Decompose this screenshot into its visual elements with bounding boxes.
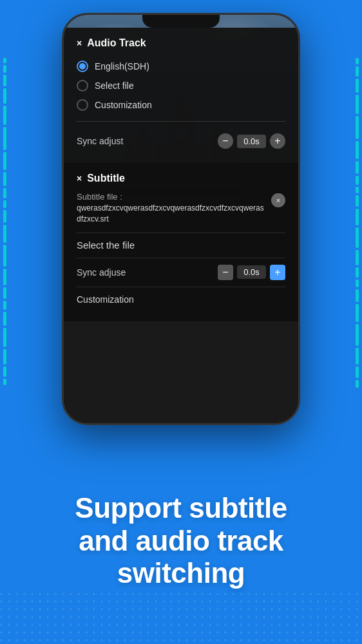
waveform-bar	[3, 379, 6, 385]
subtitle-panel-title-text: Subtitle	[87, 173, 125, 184]
waveform-bar	[356, 324, 359, 346]
phone-frame: × Audio Track English(SDH) Select file C…	[62, 13, 300, 425]
waveform-bar	[3, 188, 6, 198]
support-line1: Support subtitle	[75, 492, 287, 524]
waveform-bar	[3, 210, 6, 223]
sync-minus-button[interactable]: −	[218, 133, 233, 149]
waveform-bar	[356, 289, 359, 302]
waveform-bar	[356, 95, 359, 114]
sync-adjust-label: Sync adjust	[77, 136, 123, 146]
waveform-bar	[356, 227, 359, 248]
waveform-bar	[3, 312, 6, 326]
waveform-bar	[3, 287, 6, 299]
waveform-bar	[3, 301, 6, 310]
waveform-bar	[356, 209, 359, 225]
waveform-bar	[3, 65, 6, 73]
waveform-left	[0, 52, 10, 392]
waveform-bar	[3, 366, 6, 377]
waveform-right	[352, 52, 362, 394]
sync-adjuse-label: Sync adjuse	[77, 267, 126, 278]
radio-select-file-icon[interactable]	[77, 80, 88, 91]
audio-option-customization-label: Customization	[95, 100, 152, 110]
subtitle-clear-button[interactable]: ×	[271, 193, 285, 207]
sync-value-display: 0.0s	[237, 135, 266, 148]
audio-panel: × Audio Track English(SDH) Select file C…	[64, 28, 298, 164]
waveform-bar	[3, 269, 6, 285]
subtitle-file-name: qwerasdfzxcvqwerasdfzxcvqwerasdfzxcvdfzx…	[77, 203, 266, 225]
waveform-bar	[356, 250, 359, 265]
waveform-bar	[356, 66, 359, 77]
sync-adjust-controls: − 0.0s +	[218, 133, 285, 149]
waveform-bar	[356, 141, 359, 159]
sync-adjuse-minus-button[interactable]: −	[218, 265, 233, 280]
waveform-bar	[356, 267, 359, 278]
waveform-bar	[356, 195, 359, 207]
radio-english-icon[interactable]	[77, 61, 88, 72]
audio-panel-title-text: Audio Track	[87, 37, 146, 49]
bottom-text-area: Support subtitle and audio track switchi…	[0, 438, 362, 644]
waveform-bar	[356, 187, 359, 193]
customization-text: Customization	[77, 294, 134, 305]
sync-adjuse-controls: − 0.0s +	[218, 265, 285, 280]
audio-option-select-file-label: Select file	[95, 80, 134, 91]
subtitle-file-row: Subtitle file : qwerasdfzxcvqwerasdfzxcv…	[77, 192, 285, 225]
waveform-bar	[356, 348, 359, 365]
select-file-row[interactable]: Select the file	[77, 232, 285, 258]
waveform-bar	[356, 176, 359, 185]
waveform-bar	[3, 225, 6, 243]
customization-row[interactable]: Customization	[77, 287, 285, 312]
waveform-bar	[356, 366, 359, 378]
waveform-bar	[3, 349, 6, 365]
waveform-bar	[3, 127, 6, 150]
audio-close-icon[interactable]: ×	[77, 38, 82, 48]
radio-customization-icon[interactable]	[77, 99, 88, 111]
waveform-bar	[356, 279, 359, 287]
waveform-bar	[356, 380, 359, 388]
audio-option-english-label: English(SDH)	[95, 61, 149, 71]
audio-option-select-file[interactable]: Select file	[77, 76, 285, 95]
waveform-bar	[3, 245, 6, 267]
waveform-bar	[356, 58, 359, 64]
sync-adjust-row: Sync adjust − 0.0s +	[77, 128, 285, 154]
select-file-text: Select the file	[77, 240, 135, 251]
waveform-bar	[3, 172, 6, 186]
subtitle-file-info: Subtitle file : qwerasdfzxcvqwerasdfzxcv…	[77, 192, 266, 225]
waveform-bar	[356, 304, 359, 322]
sync-adjuse-value-display: 0.0s	[237, 265, 266, 279]
waveform-bar	[356, 79, 359, 93]
support-line2: and audio track	[79, 525, 283, 556]
waveform-bar	[3, 106, 6, 125]
support-text: Support subtitle and audio track switchi…	[55, 492, 306, 590]
sync-adjuse-plus-button[interactable]: +	[270, 265, 285, 280]
subtitle-panel-title: × Subtitle	[77, 173, 285, 184]
phone-notch	[142, 15, 220, 28]
subtitle-panel: × Subtitle Subtitle file : qwerasdfzxcvq…	[64, 163, 298, 321]
sync-plus-button[interactable]: +	[270, 133, 285, 149]
waveform-bar	[356, 116, 359, 139]
waveform-bar	[3, 152, 6, 170]
subtitle-file-label: Subtitle file :	[77, 192, 266, 202]
audio-option-customization[interactable]: Customization	[77, 95, 285, 115]
waveform-bar	[3, 58, 6, 63]
waveform-bar	[3, 200, 6, 208]
waveform-bar	[356, 161, 359, 174]
subtitle-close-icon[interactable]: ×	[77, 173, 82, 184]
waveform-bar	[3, 88, 6, 104]
waveform-bar	[3, 328, 6, 347]
audio-option-english[interactable]: English(SDH)	[77, 57, 285, 76]
audio-panel-title: × Audio Track	[77, 37, 285, 49]
phone-screen: × Audio Track English(SDH) Select file C…	[64, 15, 298, 423]
sync-adjuse-row: Sync adjuse − 0.0s +	[77, 258, 285, 287]
support-line3: switching	[117, 557, 245, 589]
audio-panel-divider	[77, 121, 285, 122]
waveform-bar	[3, 75, 6, 86]
